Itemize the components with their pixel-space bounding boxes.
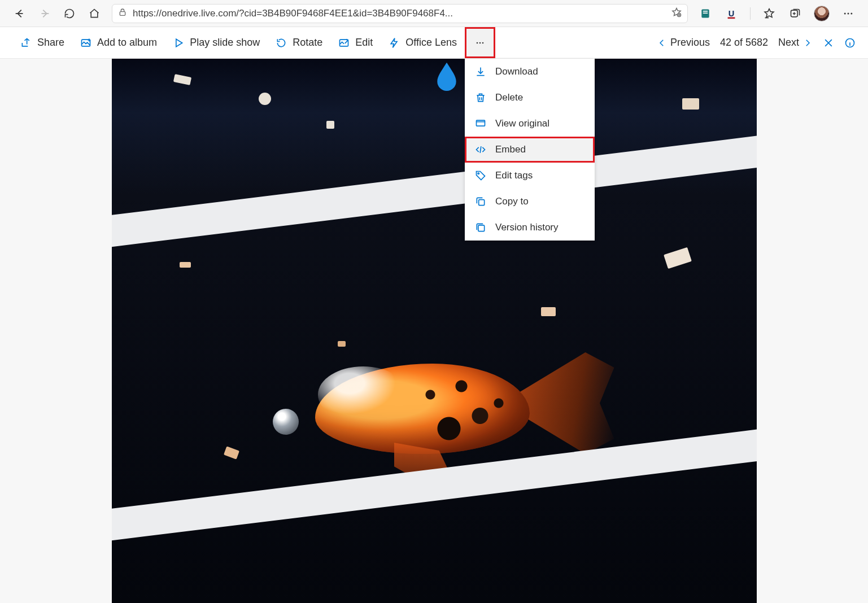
svg-rect-19 — [478, 225, 485, 231]
share-icon — [20, 37, 32, 49]
svg-point-17 — [478, 173, 479, 174]
profile-avatar[interactable] — [814, 6, 830, 21]
info-icon — [844, 37, 856, 49]
menu-copy-to-label: Copy to — [495, 196, 529, 207]
more-commands-menu: Download Delete View original Embed Edit… — [465, 59, 595, 241]
office-lens-label: Office Lens — [405, 37, 457, 49]
version-history-icon — [475, 222, 486, 233]
arrow-right-icon — [38, 7, 51, 20]
refresh-icon — [64, 8, 75, 19]
slideshow-button[interactable]: Play slide show — [165, 27, 268, 58]
svg-rect-4 — [703, 12, 708, 14]
share-label: Share — [37, 37, 64, 49]
extension-reader-icon[interactable] — [698, 6, 713, 21]
lightning-icon — [389, 37, 400, 49]
speck — [326, 121, 334, 129]
menu-edit-tags[interactable]: Edit tags — [465, 163, 595, 189]
add-to-album-label: Add to album — [97, 37, 157, 49]
svg-point-9 — [848, 12, 849, 14]
svg-point-10 — [850, 12, 852, 14]
forward-button — [37, 6, 52, 21]
onedrive-command-bar: Share Add to album Play slide show Rotat… — [0, 27, 868, 59]
extension-u-icon[interactable]: U — [724, 6, 739, 21]
download-icon — [475, 66, 486, 77]
svg-rect-3 — [703, 11, 708, 12]
add-to-album-button[interactable]: Add to album — [72, 27, 165, 58]
home-icon — [89, 8, 100, 19]
address-bar[interactable]: https://onedrive.live.com/?cid=3B4B90F94… — [112, 4, 688, 23]
rotate-label: Rotate — [293, 37, 322, 49]
info-button[interactable] — [844, 37, 856, 49]
svg-point-13 — [477, 42, 478, 43]
office-lens-button[interactable]: Office Lens — [381, 27, 465, 58]
menu-copy-to[interactable]: Copy to — [465, 189, 595, 215]
copy-icon — [475, 196, 486, 207]
pager-controls: Previous 42 of 5682 Next — [657, 37, 856, 49]
menu-download-label: Download — [495, 66, 538, 77]
menu-embed-label: Embed — [495, 144, 526, 155]
svg-text:U: U — [729, 8, 735, 18]
chevron-left-icon — [657, 38, 667, 48]
collections-button[interactable] — [788, 6, 802, 21]
speck — [223, 446, 239, 459]
code-icon — [475, 144, 486, 155]
share-button[interactable]: Share — [12, 27, 72, 58]
rotate-button[interactable]: Rotate — [268, 27, 330, 58]
close-button[interactable] — [823, 37, 834, 49]
svg-rect-6 — [728, 17, 735, 19]
next-button[interactable]: Next — [778, 37, 813, 49]
menu-version-history-label: Version history — [495, 222, 559, 233]
menu-download[interactable]: Download — [465, 59, 595, 85]
chevron-right-icon — [802, 38, 813, 48]
speck — [259, 93, 271, 105]
svg-rect-16 — [477, 120, 485, 126]
speck — [173, 74, 191, 85]
photo-stage — [0, 59, 868, 603]
speck — [682, 98, 699, 110]
svg-rect-18 — [479, 200, 485, 206]
tag-icon — [475, 170, 486, 181]
add-favorite-icon[interactable] — [671, 7, 682, 20]
page-counter: 42 of 5682 — [720, 37, 768, 49]
edit-button[interactable]: Edit — [330, 27, 381, 58]
svg-point-8 — [844, 12, 846, 14]
previous-label: Previous — [670, 37, 710, 49]
next-label: Next — [778, 37, 799, 49]
lock-icon — [118, 8, 127, 19]
play-icon — [173, 37, 184, 49]
album-add-icon — [80, 37, 91, 49]
edit-photo-icon — [338, 37, 350, 49]
menu-edit-tags-label: Edit tags — [495, 170, 533, 181]
refresh-button[interactable] — [62, 6, 77, 21]
browser-menu-button[interactable] — [841, 6, 856, 21]
speck — [541, 307, 556, 316]
ellipsis-icon — [474, 37, 486, 49]
koi-fish — [293, 330, 597, 477]
menu-embed[interactable]: Embed — [465, 137, 595, 163]
water-drop-overlay-icon — [434, 62, 460, 91]
speck — [664, 247, 692, 269]
menu-view-original-label: View original — [495, 118, 549, 129]
menu-view-original[interactable]: View original — [465, 111, 595, 137]
previous-button[interactable]: Previous — [657, 37, 710, 49]
back-button[interactable] — [12, 6, 27, 21]
url-text: https://onedrive.live.com/?cid=3B4B90F94… — [133, 8, 666, 19]
arrow-left-icon — [14, 7, 26, 20]
svg-point-14 — [479, 42, 481, 43]
home-button[interactable] — [87, 6, 102, 21]
divider — [750, 7, 751, 20]
photo-viewport[interactable] — [112, 59, 757, 603]
browser-right-controls: U — [698, 6, 856, 21]
slideshow-label: Play slide show — [190, 37, 260, 49]
menu-delete-label: Delete — [495, 92, 523, 103]
menu-version-history[interactable]: Version history — [465, 215, 595, 241]
edit-label: Edit — [355, 37, 373, 49]
more-commands-button[interactable]: Download Delete View original Embed Edit… — [465, 27, 495, 58]
svg-rect-0 — [120, 11, 125, 15]
trash-icon — [475, 92, 486, 103]
screen-icon — [475, 118, 486, 129]
menu-delete[interactable]: Delete — [465, 85, 595, 111]
browser-toolbar: https://onedrive.live.com/?cid=3B4B90F94… — [0, 0, 868, 27]
svg-point-15 — [482, 42, 484, 43]
favorites-button[interactable] — [762, 6, 777, 21]
